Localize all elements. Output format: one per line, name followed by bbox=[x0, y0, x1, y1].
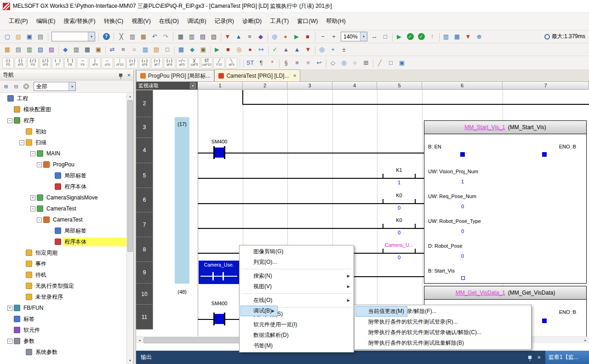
monitor-display-icon[interactable]: ◎ bbox=[339, 58, 349, 68]
operand-label[interactable]: K1 bbox=[383, 167, 415, 173]
write-to-plc-icon[interactable]: ▼ bbox=[223, 32, 233, 42]
menu-item-image-clip[interactable]: 图像剪辑(G) bbox=[240, 246, 353, 257]
scroll-up-icon[interactable]: ▲ bbox=[127, 93, 133, 100]
zoom-out-icon[interactable]: − bbox=[318, 32, 328, 42]
menu-view[interactable]: 视图(V) bbox=[127, 16, 155, 27]
note-display-icon[interactable]: ≡ bbox=[303, 58, 313, 68]
submenu-item-device-test-register[interactable]: 附带执行条件的软元件测试登录(R)... bbox=[355, 317, 530, 327]
new-project-icon[interactable]: ▢ bbox=[2, 32, 12, 42]
submenu-item-device-test-check-cancel[interactable]: 附带执行条件的软元件测试登录确认/解除(C)... bbox=[355, 327, 530, 338]
inline-st-icon[interactable]: ST bbox=[245, 58, 255, 68]
monitor-write-mode-icon[interactable]: ● bbox=[280, 32, 291, 42]
expand-toggle-icon[interactable]: − bbox=[37, 162, 42, 167]
erase-line-button[interactable]: ╲aF9 bbox=[226, 57, 237, 68]
tree-item-cameratest-local-label[interactable]: 局部标签 bbox=[0, 225, 126, 236]
undo-icon[interactable]: ↶ bbox=[149, 32, 160, 42]
tree-item-cameratest-pou[interactable]: − CameraTest bbox=[0, 214, 126, 225]
tree-item-progpou[interactable]: − ProgPou bbox=[0, 159, 126, 170]
ladder-row-number[interactable]: 8 bbox=[136, 237, 153, 262]
tree-item-cameratest-program-body[interactable]: 程序本体 bbox=[0, 236, 126, 247]
remote-operation-icon[interactable]: ◆ bbox=[256, 32, 266, 42]
check-complete-icon[interactable]: ✓ bbox=[405, 32, 415, 42]
convert-ok-icon[interactable]: ✓ bbox=[416, 32, 426, 42]
tree-item-progpou-program-body[interactable]: 程序本体 bbox=[0, 181, 126, 192]
read-from-plc-icon[interactable]: ▲ bbox=[234, 32, 244, 42]
menu-item-search[interactable]: 搜索(N) ▶ bbox=[240, 271, 353, 281]
element-selection-icon[interactable]: ▤ bbox=[151, 45, 161, 55]
submenu-item-change-current-value[interactable]: 当前值更改(M) bbox=[355, 306, 407, 317]
expand-toggle-icon[interactable]: − bbox=[19, 140, 24, 145]
tree-item-initial[interactable]: 初始 bbox=[0, 126, 126, 137]
close-icon[interactable]: × bbox=[537, 354, 541, 360]
ladder-row-number[interactable]: 11 bbox=[136, 305, 153, 330]
ladder-editor-icon[interactable]: ▥ bbox=[24, 45, 34, 55]
tree-item-fb-fun[interactable]: + FB/FUN bbox=[0, 302, 126, 313]
redo-icon[interactable]: ↷ bbox=[160, 32, 171, 42]
rebuild-all-icon[interactable]: ▲ bbox=[292, 45, 302, 55]
menu-item-device-usage-list[interactable]: 软元件使用一览(I) bbox=[240, 319, 353, 330]
output-window-icon[interactable]: □ bbox=[162, 45, 172, 55]
watch-window-icon[interactable]: ▥ bbox=[441, 32, 451, 42]
tree-filter-combo[interactable]: 全部▼ bbox=[34, 82, 76, 91]
menu-separator[interactable] bbox=[240, 267, 353, 271]
device-display-icon[interactable]: ◇ bbox=[328, 58, 338, 68]
statement-display-icon[interactable]: ≡ bbox=[292, 58, 302, 68]
block-instance-name[interactable]: MM_Get_VisData_1 bbox=[456, 290, 505, 296]
menu-item-column-width[interactable]: 列宽(O)... bbox=[240, 257, 353, 267]
statement-icon[interactable]: ¶ bbox=[256, 58, 266, 68]
tree-item-parameter[interactable]: − 参数 bbox=[0, 336, 126, 347]
program-check-icon[interactable]: ✓ bbox=[270, 45, 280, 55]
find-replace-icon[interactable]: ○ bbox=[129, 45, 139, 55]
debug-run-icon[interactable]: ◎ bbox=[234, 45, 244, 55]
expand-toggle-icon[interactable]: − bbox=[37, 217, 42, 222]
draw-line-button[interactable]: ╱F10 bbox=[213, 57, 225, 68]
close-icon[interactable]: × bbox=[127, 72, 131, 78]
function-block-mm-start-vis[interactable]: MM_Start_Vis_1 (MM_Start_Vis) B: EN ENO … bbox=[424, 120, 587, 284]
inline-st-button[interactable]: STcaF10 bbox=[201, 57, 212, 68]
scroll-down-icon[interactable]: ▼ bbox=[127, 357, 133, 364]
menu-convert[interactable]: 转换(C) bbox=[100, 16, 127, 27]
application-instruction-button[interactable]: [ ]F8 bbox=[64, 57, 76, 68]
program-data-icon[interactable]: ▤ bbox=[198, 32, 208, 42]
expand-toggle-icon[interactable]: − bbox=[30, 206, 35, 211]
ladder-row-number[interactable]: 4 bbox=[136, 138, 153, 163]
ladder-row-number[interactable]: 7 bbox=[136, 212, 153, 237]
tree-item-label[interactable]: 标签 bbox=[0, 313, 126, 324]
ladder-row-number[interactable]: 9 bbox=[136, 262, 153, 284]
ladder-row-number[interactable]: 10 bbox=[136, 284, 153, 305]
tree-item-module-configuration[interactable]: 模块配置图 bbox=[0, 104, 126, 115]
edit-mode-icon[interactable]: ╱ bbox=[375, 58, 385, 68]
scrollbar-thumb[interactable] bbox=[127, 100, 133, 252]
operand-label[interactable]: Camera_U... bbox=[383, 242, 415, 248]
fit-width-icon[interactable]: ↔ bbox=[369, 32, 379, 42]
pin-icon[interactable] bbox=[528, 356, 532, 359]
menu-find-replace[interactable]: 搜索/替换(F) bbox=[59, 16, 99, 27]
start-monitoring-icon[interactable]: ▶ bbox=[292, 32, 302, 42]
watch-window-bar[interactable]: 监看1【监... bbox=[545, 351, 589, 364]
menu-item-debug[interactable]: 调试(B) ▶ bbox=[240, 306, 278, 316]
menu-help[interactable]: 帮助(H) bbox=[322, 16, 349, 27]
intelligent-function-module-icon[interactable]: ◆ bbox=[187, 45, 197, 55]
monitor-read-mode-icon[interactable]: ▣ bbox=[397, 58, 407, 68]
vertical-line-button[interactable]: │sF9 bbox=[89, 57, 101, 68]
expand-toggle-icon[interactable]: + bbox=[30, 195, 35, 200]
save-project-icon[interactable]: ▣ bbox=[24, 32, 34, 42]
ladder-row-number[interactable]: 6 bbox=[136, 188, 153, 212]
zoom-display-icon[interactable]: ○ bbox=[350, 58, 360, 68]
parallel-open-contact-button[interactable]: ┤├sF5 bbox=[15, 57, 26, 68]
parameter-setting-icon[interactable]: ▤ bbox=[13, 45, 23, 55]
comment-display-icon[interactable]: § bbox=[281, 58, 291, 68]
menu-item-online[interactable]: 在线(O) ▶ bbox=[240, 295, 353, 306]
menu-tools[interactable]: 工具(T) bbox=[266, 16, 293, 27]
navigation-scrollbar[interactable]: ▲ ▼ bbox=[126, 93, 133, 364]
scroll-left-icon[interactable]: ◄ bbox=[136, 337, 143, 344]
device-batch-monitor-icon[interactable]: ▦ bbox=[452, 32, 462, 42]
tree-item-fixed-scan[interactable]: 恒定周期 bbox=[0, 247, 126, 258]
selected-contact-cell[interactable]: Camera_Use. bbox=[199, 261, 239, 284]
open-contact-button[interactable]: ┤├F5 bbox=[2, 57, 14, 68]
online-program-change-icon[interactable]: ▼ bbox=[303, 45, 313, 55]
tree-item-no-execution-type[interactable]: 无执行类型指定 bbox=[0, 280, 126, 291]
module-configuration-icon[interactable]: ▦ bbox=[2, 45, 12, 55]
data-storage-icon[interactable]: ▧ bbox=[209, 32, 219, 42]
expand-toggle-icon[interactable]: − bbox=[30, 151, 35, 156]
